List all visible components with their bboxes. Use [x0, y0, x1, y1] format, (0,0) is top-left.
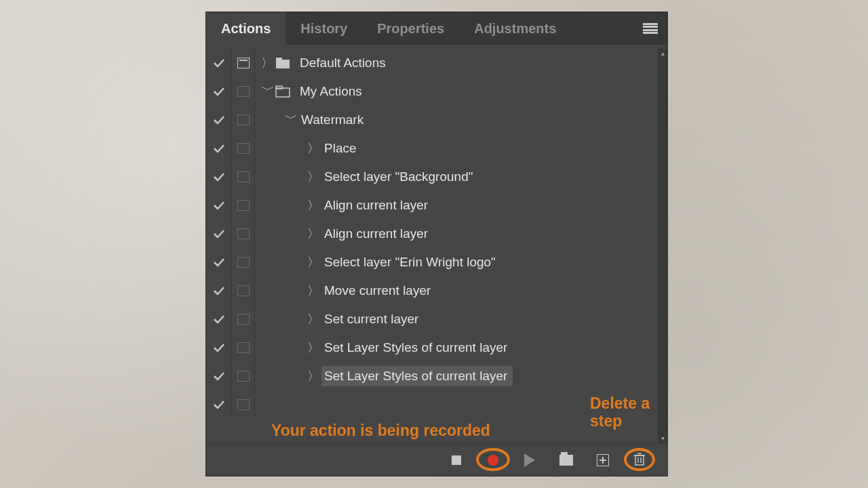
toggle-check[interactable]: [206, 305, 232, 333]
toggle-dialog[interactable]: [232, 220, 255, 248]
step-row[interactable]: 〉Set Layer Styles of current layer: [206, 333, 667, 362]
scroll-up-icon[interactable]: ▴: [658, 49, 667, 58]
play-icon: [524, 453, 535, 467]
chevron-right-icon[interactable]: 〉: [305, 226, 321, 242]
action-row-watermark[interactable]: 〉 Watermark: [206, 106, 667, 134]
record-icon: [488, 455, 498, 466]
scroll-down-icon[interactable]: ▾: [658, 434, 667, 443]
dialog-icon: [237, 58, 250, 68]
tab-actions[interactable]: Actions: [206, 12, 285, 45]
toggle-check[interactable]: [206, 134, 232, 163]
panel-tabbar: Actions History Properties Adjustments: [206, 12, 667, 45]
toggle-check[interactable]: [206, 106, 232, 134]
folder-open-icon: [275, 85, 290, 98]
chevron-right-icon[interactable]: 〉: [305, 368, 321, 384]
toggle-check[interactable]: [206, 220, 232, 248]
stop-button[interactable]: [448, 451, 465, 469]
dialog-icon: [237, 257, 250, 268]
dialog-icon: [237, 143, 250, 154]
step-row[interactable]: 〉Select layer "Erin Wright logo": [206, 248, 667, 277]
toggle-check[interactable]: [206, 163, 232, 191]
step-row[interactable]: [206, 390, 667, 419]
step-label: Set current layer: [321, 309, 424, 329]
dialog-icon: [237, 314, 250, 325]
step-label: Move current layer: [321, 281, 436, 301]
toggle-check[interactable]: [206, 362, 232, 390]
step-label: Set Layer Styles of current layer: [321, 338, 513, 358]
action-label: Watermark: [298, 110, 369, 130]
chevron-right-icon[interactable]: 〉: [305, 140, 321, 157]
step-row[interactable]: 〉Move current layer: [206, 277, 667, 305]
stop-icon: [452, 455, 461, 465]
delete-button[interactable]: [631, 451, 648, 469]
actionset-row-default[interactable]: 〉 Default Actions: [206, 49, 667, 77]
toggle-check[interactable]: [206, 191, 232, 220]
dialog-icon: [237, 171, 250, 182]
toggle-check[interactable]: [206, 390, 232, 419]
folder-icon: [275, 57, 290, 69]
toggle-dialog[interactable]: [232, 390, 255, 419]
step-label: Set Layer Styles of current layer: [321, 366, 513, 386]
step-row[interactable]: 〉Place: [206, 134, 667, 163]
new-action-button[interactable]: [594, 451, 612, 469]
svg-rect-4: [635, 455, 644, 465]
chevron-right-icon[interactable]: 〉: [305, 283, 321, 299]
svg-rect-1: [276, 58, 282, 60]
step-row[interactable]: 〉Align current layer: [206, 191, 667, 220]
step-row[interactable]: 〉Set current layer: [206, 305, 667, 333]
svg-rect-0: [276, 60, 290, 68]
toggle-dialog[interactable]: [232, 305, 255, 333]
step-row[interactable]: 〉Align current layer: [206, 220, 667, 248]
step-label: Select layer "Background": [321, 167, 478, 187]
actions-panel: Actions History Properties Adjustments 〉…: [206, 12, 667, 476]
chevron-right-icon[interactable]: 〉: [305, 340, 321, 356]
actionset-label: Default Actions: [297, 53, 391, 73]
scrollbar[interactable]: ▴ ▾: [658, 49, 667, 443]
chevron-right-icon[interactable]: 〉: [305, 169, 321, 185]
chevron-right-icon[interactable]: 〉: [305, 197, 321, 214]
toggle-dialog[interactable]: [232, 362, 255, 390]
panel-menu-button[interactable]: [633, 12, 667, 45]
tab-history[interactable]: History: [285, 12, 362, 45]
toggle-dialog[interactable]: [232, 49, 255, 77]
toggle-check[interactable]: [206, 333, 232, 362]
tab-properties[interactable]: Properties: [362, 12, 459, 45]
toggle-dialog[interactable]: [232, 333, 255, 362]
chevron-right-icon[interactable]: 〉: [259, 55, 275, 71]
toggle-dialog[interactable]: [232, 134, 255, 163]
step-label: Align current layer: [321, 195, 433, 216]
toggle-check[interactable]: [206, 277, 232, 305]
play-button[interactable]: [521, 451, 538, 469]
toggle-dialog[interactable]: [232, 163, 255, 191]
step-row-selected[interactable]: 〉Set Layer Styles of current layer: [206, 362, 667, 390]
plus-box-icon: [597, 454, 609, 466]
toggle-dialog[interactable]: [232, 106, 255, 134]
toggle-dialog[interactable]: [232, 248, 255, 277]
chevron-right-icon[interactable]: 〉: [305, 254, 321, 270]
chevron-down-icon[interactable]: 〉: [259, 83, 275, 100]
dialog-icon: [237, 86, 250, 97]
panel-footer: [206, 443, 667, 476]
toggle-dialog[interactable]: [232, 77, 255, 106]
chevron-down-icon[interactable]: 〉: [282, 112, 298, 128]
actions-tree: 〉 Default Actions 〉 My Actions 〉 Waterma…: [206, 45, 667, 443]
toggle-check[interactable]: [206, 77, 232, 106]
actionset-row-myactions[interactable]: 〉 My Actions: [206, 77, 667, 106]
dialog-icon: [237, 342, 250, 353]
toggle-check[interactable]: [206, 49, 232, 77]
chevron-right-icon[interactable]: 〉: [305, 311, 321, 327]
step-row[interactable]: 〉Select layer "Background": [206, 163, 667, 191]
tab-adjustments[interactable]: Adjustments: [459, 12, 571, 45]
folder-icon: [559, 455, 573, 466]
toggle-dialog[interactable]: [232, 277, 255, 305]
dialog-icon: [237, 228, 250, 239]
step-label: Select layer "Erin Wright logo": [321, 252, 501, 272]
dialog-icon: [237, 200, 250, 211]
record-button[interactable]: [484, 451, 502, 469]
actionset-label: My Actions: [297, 81, 368, 102]
toggle-dialog[interactable]: [232, 191, 255, 220]
new-set-button[interactable]: [557, 451, 575, 469]
toggle-check[interactable]: [206, 248, 232, 277]
step-label: Align current layer: [321, 224, 433, 244]
dialog-icon: [237, 371, 250, 382]
